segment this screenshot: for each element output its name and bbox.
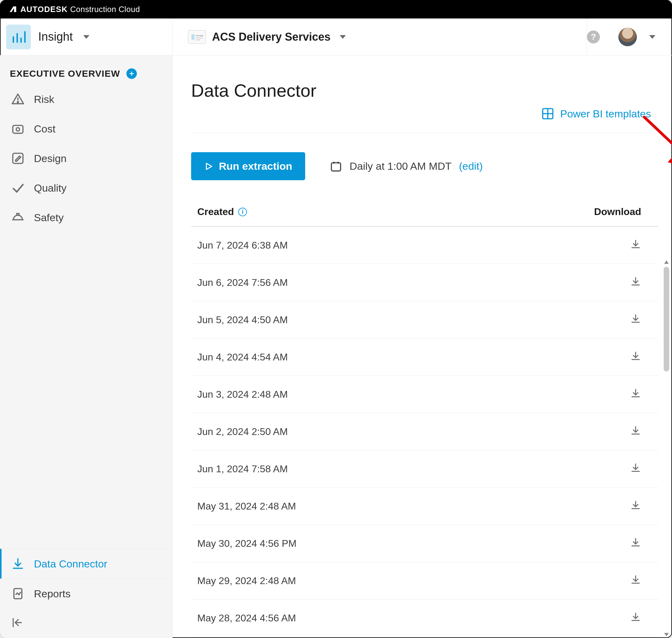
brand-bar: AUTODESK Construction Cloud bbox=[0, 0, 672, 18]
download-icon bbox=[630, 611, 641, 622]
sidebar-item-safety[interactable]: Safety bbox=[0, 203, 172, 232]
scroll-up-icon[interactable] bbox=[663, 259, 670, 266]
avatar-caret[interactable] bbox=[646, 32, 658, 42]
table-row: Jun 3, 2024 2:48 AM bbox=[191, 376, 658, 413]
svg-text:CLOUD: CLOUD bbox=[196, 39, 200, 41]
download-button[interactable] bbox=[630, 611, 641, 625]
pencil-square-icon bbox=[11, 152, 24, 165]
table-row: Jun 2, 2024 2:50 AM bbox=[191, 413, 658, 450]
main-content: Data Connector Power BI templates Run ex… bbox=[173, 55, 672, 638]
chevron-down-icon bbox=[649, 35, 655, 39]
sidebar-title-label: EXECUTIVE OVERVIEW bbox=[10, 68, 120, 79]
row-created: Jun 7, 2024 6:38 AM bbox=[197, 240, 288, 251]
module-caret[interactable] bbox=[80, 32, 93, 42]
download-icon bbox=[630, 574, 641, 585]
row-created: Jun 1, 2024 7:58 AM bbox=[197, 463, 288, 475]
download-button[interactable] bbox=[630, 350, 641, 364]
download-button[interactable] bbox=[630, 238, 641, 252]
table-row: Jun 6, 2024 7:56 AM bbox=[191, 264, 658, 301]
row-created: May 28, 2024 4:56 AM bbox=[197, 612, 296, 624]
run-extraction-button[interactable]: Run extraction bbox=[191, 152, 305, 180]
svg-rect-23 bbox=[331, 163, 341, 171]
schedule-text: Daily at 1:00 AM MDT bbox=[349, 160, 452, 172]
download-icon bbox=[630, 537, 641, 548]
page-title: Data Connector bbox=[191, 80, 658, 101]
project-name: ACS Delivery Services bbox=[212, 31, 330, 44]
collapse-icon bbox=[11, 617, 23, 629]
sidebar-item-label: Risk bbox=[34, 93, 54, 105]
sidebar-item-quality[interactable]: Quality bbox=[0, 173, 172, 203]
header: Insight AUTODESKCONSTRUCTIONCLOUD ACS De… bbox=[0, 18, 672, 55]
download-button[interactable] bbox=[630, 537, 641, 550]
download-button[interactable] bbox=[630, 574, 641, 587]
sidebar-item-data-connector[interactable]: Data Connector bbox=[0, 549, 172, 578]
download-icon bbox=[630, 276, 641, 287]
autodesk-logo-icon bbox=[9, 5, 17, 14]
svg-marker-27 bbox=[664, 633, 669, 636]
powerbi-templates-link[interactable]: Power BI templates bbox=[560, 108, 651, 120]
add-dashboard-button[interactable] bbox=[126, 68, 137, 79]
row-created: Jun 3, 2024 2:48 AM bbox=[197, 389, 288, 400]
action-row: Run extraction Daily at 1:00 AM MDT (edi… bbox=[191, 133, 658, 199]
svg-marker-22 bbox=[207, 163, 212, 169]
col-created-label: Created bbox=[197, 206, 234, 218]
download-button[interactable] bbox=[630, 499, 641, 513]
col-download: Download bbox=[594, 206, 641, 218]
download-button[interactable] bbox=[630, 313, 641, 326]
sidebar: EXECUTIVE OVERVIEW RiskCostDesignQuality… bbox=[0, 55, 173, 638]
powerbi-grid-icon bbox=[541, 107, 555, 120]
table-row: May 31, 2024 2:48 AM bbox=[191, 488, 658, 525]
row-created: Jun 2, 2024 2:50 AM bbox=[197, 426, 288, 437]
module-label: Insight bbox=[38, 30, 73, 44]
brand-bold: AUTODESK bbox=[20, 5, 67, 14]
hard-hat-icon bbox=[11, 211, 24, 224]
project-switcher[interactable]: AUTODESKCONSTRUCTIONCLOUD ACS Delivery S… bbox=[173, 18, 587, 55]
scrollbar[interactable] bbox=[663, 259, 670, 638]
sidebar-item-label: Data Connector bbox=[34, 558, 107, 570]
scroll-thumb[interactable] bbox=[664, 267, 669, 371]
calendar-icon bbox=[330, 160, 342, 172]
table-body: Jun 7, 2024 6:38 AMJun 6, 2024 7:56 AMJu… bbox=[191, 227, 658, 637]
header-right: ? bbox=[587, 18, 666, 55]
download-button[interactable] bbox=[630, 388, 641, 401]
check-icon bbox=[11, 181, 24, 195]
table-row: Jun 5, 2024 4:50 AM bbox=[191, 301, 658, 339]
sidebar-section-title: EXECUTIVE OVERVIEW bbox=[0, 63, 172, 84]
row-created: Jun 6, 2024 7:56 AM bbox=[197, 277, 288, 288]
svg-rect-12 bbox=[13, 125, 23, 133]
svg-rect-4 bbox=[192, 34, 195, 40]
avatar[interactable] bbox=[618, 28, 637, 46]
schedule-edit-link[interactable]: (edit) bbox=[459, 160, 483, 172]
sidebar-item-label: Cost bbox=[34, 123, 55, 135]
project-caret[interactable] bbox=[337, 32, 349, 42]
table-row: May 30, 2024 4:56 PM bbox=[191, 525, 658, 562]
help-icon[interactable]: ? bbox=[587, 31, 600, 44]
sidebar-item-risk[interactable]: Risk bbox=[0, 84, 172, 114]
col-created[interactable]: Created i bbox=[197, 206, 247, 218]
scroll-down-icon[interactable] bbox=[663, 631, 670, 638]
download-button[interactable] bbox=[630, 462, 641, 476]
download-button[interactable] bbox=[630, 276, 641, 289]
collapse-sidebar-button[interactable] bbox=[0, 608, 172, 638]
table-row: Jun 7, 2024 6:38 AM bbox=[191, 227, 658, 264]
download-button[interactable] bbox=[630, 425, 641, 438]
svg-point-13 bbox=[16, 128, 20, 131]
insight-module-icon bbox=[6, 24, 31, 49]
module-switcher[interactable]: Insight bbox=[6, 18, 173, 55]
chevron-down-icon bbox=[83, 35, 89, 39]
svg-marker-26 bbox=[664, 261, 669, 264]
info-icon[interactable]: i bbox=[238, 208, 247, 216]
download-icon bbox=[630, 238, 641, 250]
table-row: May 29, 2024 2:48 AM bbox=[191, 562, 658, 600]
download-icon bbox=[630, 388, 641, 399]
sidebar-item-label: Design bbox=[34, 152, 67, 165]
sidebar-item-cost[interactable]: Cost bbox=[0, 114, 172, 144]
sidebar-item-label: Reports bbox=[34, 588, 70, 600]
table-header: Created i Download bbox=[191, 199, 658, 227]
row-created: Jun 4, 2024 4:54 AM bbox=[197, 352, 288, 363]
download-icon bbox=[630, 462, 641, 473]
sidebar-item-reports[interactable]: Reports bbox=[0, 578, 172, 608]
sidebar-item-label: Safety bbox=[34, 212, 64, 224]
row-created: Jun 5, 2024 4:50 AM bbox=[197, 314, 288, 325]
sidebar-item-design[interactable]: Design bbox=[0, 144, 172, 173]
